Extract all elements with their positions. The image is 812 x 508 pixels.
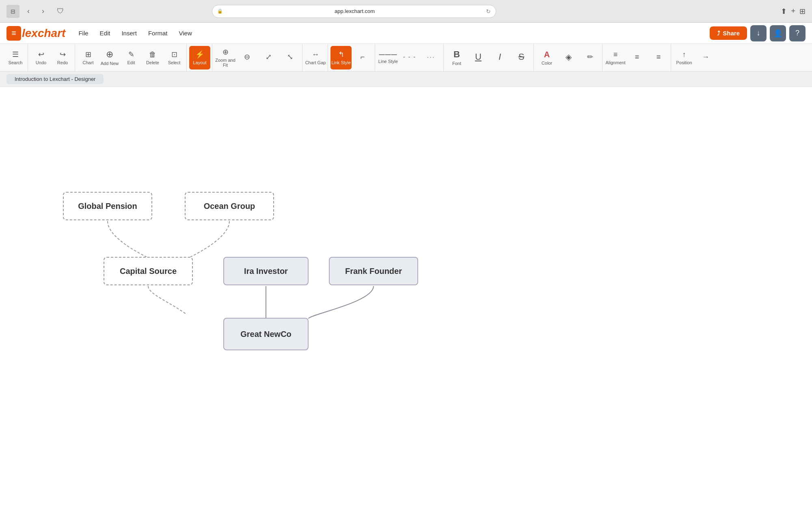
line-color-btn[interactable]: ✏ (579, 46, 600, 69)
font-color-icon: A (544, 50, 550, 59)
italic-btn[interactable]: I (489, 46, 510, 69)
tool-group-undoredo: ↩ Undo ↪ Redo (29, 44, 75, 71)
link-style2-icon: ⌐ (361, 53, 365, 61)
edit-node-btn[interactable]: ✎ Edit (121, 46, 142, 69)
undo-btn[interactable]: ↩ Undo (30, 46, 52, 69)
canvas-area[interactable]: Global Pension Ocean Group Capital Sourc… (0, 87, 812, 508)
line-dotted-icon: ··· (427, 54, 436, 60)
delete-btn[interactable]: 🗑 Delete (142, 46, 163, 69)
font-color-btn[interactable]: A Color (536, 46, 557, 69)
align-left-btn[interactable]: ≡ Alignment (605, 46, 626, 69)
strikethrough-icon: S (518, 52, 525, 62)
browser-chrome: ⊟ ‹ › 🛡 🔒 app.lexchart.com ↻ ⬆ + ⊞ (0, 0, 812, 23)
pos-right-btn[interactable]: → (695, 46, 716, 69)
zoom-in-icon: ⊕ (222, 48, 229, 56)
fill-btn[interactable]: ⤡ (279, 46, 300, 69)
doc-tab-bar: Introduction to Lexchart - Designer (0, 72, 812, 87)
download-button[interactable]: ↓ (750, 25, 767, 41)
zoom-in-btn[interactable]: ⊕ Zoom and Fit (215, 46, 236, 69)
line-dashed-icon: - - - (403, 54, 416, 60)
search-icon: ☰ (12, 50, 19, 59)
doc-tab[interactable]: Introduction to Lexchart - Designer (6, 74, 104, 84)
bold-icon: B (454, 49, 460, 60)
logo-text: lexchart (22, 27, 65, 40)
node-great-newco[interactable]: Great NewCo (223, 318, 309, 350)
node-frank-founder[interactable]: Frank Founder (329, 257, 418, 285)
forward-btn[interactable]: › (37, 6, 49, 17)
node-capital-source[interactable]: Capital Source (104, 257, 193, 285)
fit-btn[interactable]: ⤢ (258, 46, 279, 69)
fill-icon: ⤡ (287, 52, 293, 61)
link-style2-btn[interactable]: ⌐ (352, 46, 373, 69)
user-button[interactable]: 👤 (770, 25, 786, 41)
menu-view[interactable]: View (174, 27, 197, 39)
chart-gap-btn[interactable]: ↔ Chart Gap (305, 46, 326, 69)
logo: ≡ lexchart (6, 26, 65, 41)
tool-group-position: ↑ Position → (672, 44, 718, 71)
strikethrough-btn[interactable]: S (511, 46, 532, 69)
line-solid-btn[interactable]: ——— Line Style (378, 46, 399, 69)
line-solid-icon: ——— (379, 51, 397, 58)
menu-insert[interactable]: Insert (117, 27, 142, 39)
search-tool-btn[interactable]: ☰ Search (5, 46, 26, 69)
menu-edit[interactable]: Edit (95, 27, 115, 39)
underline-icon: U (475, 52, 482, 62)
edit-icon: ✎ (128, 50, 134, 59)
connections-svg (0, 87, 812, 508)
layout-btn[interactable]: ⚡ Layout (189, 46, 210, 69)
share-icon: ⤴ (717, 30, 720, 37)
chart-btn[interactable]: ⊞ Chart (78, 46, 99, 69)
node-ira-investor[interactable]: Ira Investor (223, 257, 309, 285)
pos-right-icon: → (702, 53, 709, 61)
sidebar-toggle-btn[interactable]: ⊟ (6, 5, 19, 18)
line-dashed-btn[interactable]: - - - (399, 46, 420, 69)
share-button[interactable]: ⤴ Share (710, 26, 747, 40)
zoom-out-icon: ⊖ (244, 52, 250, 61)
fill-color-btn[interactable]: ◈ (558, 46, 579, 69)
pos-up-btn[interactable]: ↑ Position (674, 46, 695, 69)
line-color-icon: ✏ (587, 52, 593, 61)
tabs-btn[interactable]: ⊞ (799, 7, 806, 16)
node-global-pension[interactable]: Global Pension (63, 192, 152, 220)
app: ≡ lexchart File Edit Insert Format View … (0, 23, 812, 508)
layout-icon: ⚡ (195, 50, 204, 59)
align-right-icon: ≡ (657, 53, 661, 61)
chart-gap-icon: ↔ (312, 50, 319, 59)
select-icon: ⊡ (171, 50, 177, 59)
tool-group-search: ☰ Search (3, 44, 28, 71)
add-icon: ⊕ (106, 49, 113, 60)
share-page-btn[interactable]: ⬆ (781, 7, 787, 16)
node-ocean-group[interactable]: Ocean Group (185, 192, 274, 220)
reload-btn[interactable]: ↻ (486, 8, 491, 15)
align-right-btn[interactable]: ≡ (648, 46, 669, 69)
chart-icon: ⊞ (85, 50, 91, 59)
zoom-out-btn[interactable]: ⊖ (236, 46, 257, 69)
tool-group-chart: ⊞ Chart ⊕ Add New ✎ Edit 🗑 Delete ⊡ Sele… (76, 44, 187, 71)
link-style1-icon: ↰ (338, 50, 344, 59)
link-style1-btn[interactable]: ↰ Link Style (330, 46, 352, 69)
back-btn[interactable]: ‹ (23, 6, 34, 17)
redo-btn[interactable]: ↪ Redo (52, 46, 73, 69)
fit-icon: ⤢ (266, 52, 272, 61)
add-new-btn[interactable]: ⊕ Add New (99, 46, 120, 69)
italic-icon: I (499, 52, 501, 62)
align-center-icon: ≡ (635, 53, 639, 61)
redo-icon: ↪ (60, 50, 66, 59)
browser-controls: ⊟ ‹ › (6, 5, 49, 18)
select-btn[interactable]: ⊡ Select (164, 46, 185, 69)
bold-btn[interactable]: B Font (446, 46, 467, 69)
tool-group-chartgap: ↔ Chart Gap (303, 44, 328, 71)
lock-icon: 🔒 (217, 9, 223, 14)
menu-format[interactable]: Format (143, 27, 173, 39)
tool-group-font: B Font U I S (445, 44, 534, 71)
undo-icon: ↩ (38, 50, 44, 59)
align-center-btn[interactable]: ≡ (626, 46, 648, 69)
menu-file[interactable]: File (73, 27, 93, 39)
line-dotted-btn[interactable]: ··· (421, 46, 442, 69)
menu-bar: ≡ lexchart File Edit Insert Format View … (0, 23, 812, 44)
toolbar: ☰ Search ↩ Undo ↪ Redo ⊞ Chart ⊕ Add New (0, 44, 812, 72)
address-bar[interactable]: 🔒 app.lexchart.com ↻ (212, 5, 496, 18)
help-button[interactable]: ? (789, 25, 806, 41)
underline-btn[interactable]: U (468, 46, 489, 69)
new-tab-btn[interactable]: + (791, 7, 795, 15)
